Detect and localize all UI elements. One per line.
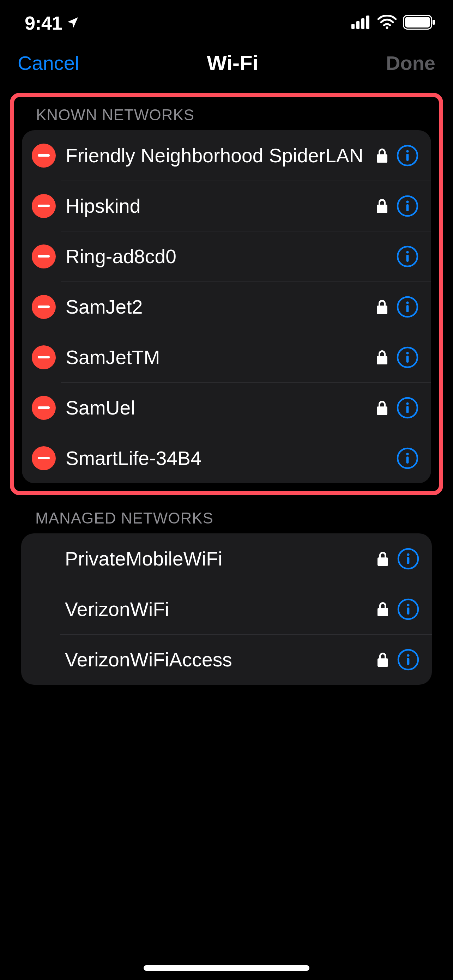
info-icon [397,447,418,469]
delete-network-button[interactable] [32,396,56,420]
row-icons [377,548,419,570]
svg-rect-25 [407,406,409,413]
row-icons [376,347,418,368]
location-icon [66,12,80,34]
info-icon [397,296,418,318]
network-row[interactable]: VerizonWiFi [21,584,432,634]
svg-rect-37 [407,658,410,665]
delete-network-button[interactable] [32,194,56,218]
row-icons [376,145,418,167]
network-row[interactable]: Hipskind [22,181,431,231]
row-icons [376,195,418,217]
done-button[interactable]: Done [386,51,436,75]
nav-bar: Cancel Wi-Fi Done [0,46,453,89]
svg-point-24 [406,402,408,405]
svg-rect-19 [407,305,409,312]
svg-rect-2 [361,18,364,29]
network-name: Ring-ad8cd0 [66,245,366,268]
managed-networks-section: MANAGED NETWORKS PrivateMobileWiFiVerizo… [21,509,432,685]
network-row[interactable]: Friendly Neighborhood SpiderLAN [22,130,431,181]
network-row[interactable]: Ring-ad8cd0 [22,231,431,282]
lock-icon [377,148,387,162]
info-icon [397,548,419,570]
network-name: SamJet2 [66,296,366,318]
status-time: 9:41 [25,12,62,34]
info-icon [397,598,419,620]
svg-point-27 [406,453,408,455]
status-right [351,15,436,31]
page-title: Wi-Fi [207,51,258,75]
network-row[interactable]: PrivateMobileWiFi [21,533,432,584]
svg-rect-28 [407,457,409,463]
network-name: VerizonWiFi [65,598,367,620]
managed-networks-header: MANAGED NETWORKS [21,509,432,533]
network-name: SamUel [66,396,366,419]
network-name: PrivateMobileWiFi [65,547,367,570]
svg-rect-31 [407,557,410,564]
info-icon [397,145,418,167]
network-info-button[interactable] [397,245,418,267]
minus-icon [38,356,50,358]
home-indicator [144,965,309,971]
minus-icon [38,457,50,459]
svg-point-4 [386,27,388,29]
info-icon [397,347,418,368]
svg-point-36 [407,654,409,657]
network-info-button[interactable] [397,296,418,318]
network-name: Hipskind [66,195,366,217]
network-name: Friendly Neighborhood SpiderLAN [66,144,366,167]
delete-network-button[interactable] [32,345,56,369]
network-info-button[interactable] [397,195,418,217]
known-networks-highlight: KNOWN NETWORKS Friendly Neighborhood Spi… [10,93,443,495]
svg-point-15 [406,251,408,253]
network-info-button[interactable] [397,145,418,167]
network-row[interactable]: SamJetTM [22,332,431,382]
svg-rect-3 [366,16,369,29]
lock-slot [376,401,388,415]
network-row[interactable]: SmartLife-34B4 [22,433,431,483]
network-row[interactable]: SamJet2 [22,282,431,332]
minus-icon [38,406,50,409]
info-icon [397,649,419,671]
lock-slot [376,350,388,364]
svg-rect-7 [432,20,435,25]
lock-slot [376,300,388,314]
network-info-button[interactable] [397,347,418,368]
network-info-button[interactable] [397,447,418,469]
lock-slot [377,602,389,616]
svg-rect-22 [407,356,409,363]
delete-network-button[interactable] [32,446,56,470]
svg-point-9 [406,150,408,153]
network-info-button[interactable] [397,598,419,620]
lock-icon [377,602,388,616]
known-networks-list: Friendly Neighborhood SpiderLANHipskindR… [22,130,431,483]
svg-rect-13 [407,204,409,211]
row-icons [377,649,419,671]
wifi-icon [377,15,397,31]
info-icon [397,245,418,267]
svg-rect-0 [351,24,354,29]
cancel-button[interactable]: Cancel [17,51,79,75]
lock-icon [377,552,388,566]
svg-rect-16 [407,255,409,262]
network-row[interactable]: SamUel [22,382,431,433]
network-row[interactable]: VerizonWiFiAccess [21,634,432,685]
svg-rect-6 [405,17,430,27]
row-icons [376,397,418,419]
network-info-button[interactable] [397,548,419,570]
delete-network-button[interactable] [32,245,56,269]
svg-point-33 [407,604,409,606]
delete-network-button[interactable] [32,295,56,319]
lock-slot [376,199,388,213]
network-name: SmartLife-34B4 [66,447,366,469]
delete-network-button[interactable] [32,143,56,167]
network-info-button[interactable] [397,649,419,671]
svg-point-21 [406,352,408,354]
network-info-button[interactable] [397,397,418,419]
minus-icon [38,154,50,157]
known-networks-header: KNOWN NETWORKS [22,106,431,130]
battery-icon [403,15,436,31]
svg-rect-34 [407,608,410,614]
row-icons [376,245,418,267]
minus-icon [38,305,50,308]
